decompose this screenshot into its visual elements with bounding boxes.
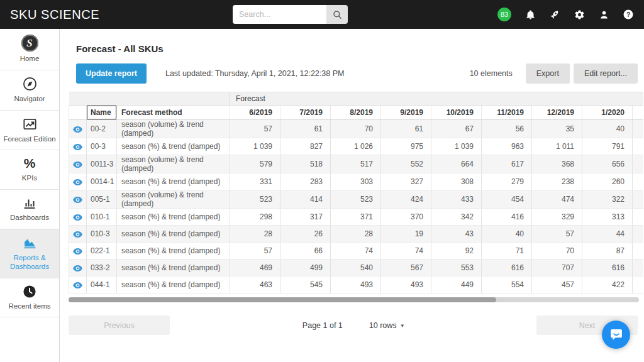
forecast-value-cell: 1 039: [431, 138, 482, 155]
forecast-value-cell: 87: [582, 243, 633, 260]
forecast-value-cell: 554: [482, 277, 532, 293]
forecast-method-cell: season (volume) & trend (damped): [117, 120, 230, 138]
table-row: 00-3season (%) & trend (damped)1 0398271…: [69, 138, 644, 155]
sidebar-item-dashboards[interactable]: Dashboards: [0, 190, 59, 229]
chat-launcher-button[interactable]: [602, 321, 630, 349]
sidebar-item-kpis[interactable]: % KPIs: [0, 150, 59, 190]
eye-icon: [73, 265, 82, 272]
column-header-11-2019[interactable]: 11/2019: [482, 106, 532, 120]
clipped-cell: [633, 155, 643, 173]
forecast-value-cell: 469: [230, 260, 280, 277]
forecast-value-cell: 57: [532, 226, 582, 243]
column-header-clipped: [633, 106, 643, 120]
eye-icon: [73, 282, 82, 288]
forecast-value-cell: 454: [482, 190, 532, 209]
help-button[interactable]: ?: [623, 9, 634, 20]
forecast-value-cell: 298: [230, 209, 280, 226]
forecast-value-cell: 791: [582, 138, 633, 155]
forecast-value-cell: 279: [482, 173, 532, 190]
horizontal-scrollbar-track[interactable]: [69, 297, 639, 302]
sidebar-item-reports-dashboards[interactable]: Reports & Dashboards: [0, 229, 59, 278]
forecast-method-cell: season (%) & trend (damped): [117, 209, 230, 226]
forecast-value-cell: 28: [230, 226, 280, 243]
column-header-forecast-method[interactable]: Forecast method: [117, 106, 230, 120]
forecast-value-cell: 499: [280, 260, 331, 277]
forecast-value-cell: 1 026: [331, 138, 381, 155]
bell-icon: [525, 9, 536, 20]
sidebar-item-home[interactable]: S Home: [0, 29, 59, 70]
account-button[interactable]: [598, 9, 609, 20]
forecast-value-cell: 57: [230, 120, 280, 138]
forecast-value-cell: 61: [381, 120, 431, 138]
forecast-value-cell: 567: [381, 260, 431, 277]
bar-chart-icon: [22, 195, 37, 211]
forecast-value-cell: 57: [230, 243, 280, 260]
search-icon: [332, 9, 343, 20]
clock-icon: [22, 284, 37, 299]
column-header-12-2019[interactable]: 12/2019: [532, 106, 582, 120]
table-row: 010-1season (%) & trend (damped)29831737…: [69, 209, 644, 226]
eye-icon: [73, 144, 82, 150]
clipped-cell: [633, 260, 643, 277]
forecast-value-cell: 1 039: [230, 138, 280, 155]
rows-per-page-label: 10 rows: [369, 321, 397, 330]
forecast-value-cell: 457: [532, 277, 582, 293]
view-row-button[interactable]: [69, 155, 87, 173]
forecast-value-cell: 540: [331, 260, 381, 277]
sidebar-item-recent-items[interactable]: Recent items: [0, 278, 59, 318]
forecast-value-cell: 371: [331, 209, 381, 226]
view-row-button[interactable]: [69, 120, 87, 138]
topbar: SKU SCIENCE 83: [0, 0, 644, 29]
table-row: 010-3season (%) & trend (damped)28262819…: [69, 226, 644, 243]
sku-name-cell: 044-1: [87, 277, 117, 293]
page-title: Forecast - All SKUs: [76, 43, 644, 54]
view-row-button[interactable]: [69, 209, 87, 226]
column-header-name[interactable]: Name: [87, 106, 117, 120]
forecast-value-cell: 517: [331, 155, 381, 173]
forecast-value-cell: 433: [431, 190, 482, 209]
notifications-button[interactable]: [525, 9, 536, 20]
topbar-icons: 83: [497, 8, 644, 21]
chevron-down-icon: ▾: [401, 322, 404, 329]
sidebar-item-navigator[interactable]: Navigator: [0, 70, 59, 111]
gear-icon: [574, 9, 585, 20]
view-row-button[interactable]: [69, 190, 87, 209]
column-header-10-2019[interactable]: 10/2019: [431, 106, 482, 120]
search-input[interactable]: [233, 5, 326, 24]
edit-report-button[interactable]: Edit report...: [574, 63, 638, 84]
eye-column-header: [69, 106, 87, 120]
rows-per-page-select[interactable]: 10 rows ▾: [369, 321, 404, 330]
column-header-9-2019[interactable]: 9/2019: [381, 106, 431, 120]
sidebar-item-label: Navigator: [14, 95, 45, 104]
view-row-button[interactable]: [69, 260, 87, 277]
report-toolbar: Update report Last updated: Thursday, Ap…: [76, 63, 638, 84]
svg-text:?: ?: [626, 11, 630, 18]
forecast-value-cell: 616: [582, 260, 633, 277]
update-report-button[interactable]: Update report: [76, 63, 147, 84]
column-header-7-2019[interactable]: 7/2019: [280, 106, 331, 120]
settings-button[interactable]: [574, 9, 585, 20]
view-row-button[interactable]: [69, 226, 87, 243]
sidebar-item-forecast-edition[interactable]: Forecast Edition: [0, 111, 59, 151]
forecast-value-cell: 617: [482, 155, 532, 173]
view-row-button[interactable]: [69, 243, 87, 260]
view-row-button[interactable]: [69, 138, 87, 155]
pagination: Previous Page 1 of 1 10 rows ▾ Next: [69, 315, 638, 335]
horizontal-scrollbar-thumb[interactable]: [69, 297, 496, 302]
export-button[interactable]: Export: [526, 63, 570, 84]
forecast-value-cell: 331: [230, 173, 280, 190]
search-button[interactable]: [326, 5, 348, 24]
view-row-button[interactable]: [69, 173, 87, 190]
view-row-button[interactable]: [69, 277, 87, 293]
compass-icon: [22, 76, 38, 92]
column-header-8-2019[interactable]: 8/2019: [331, 106, 381, 120]
whats-new-button[interactable]: [549, 9, 560, 20]
previous-page-button[interactable]: Previous: [69, 315, 170, 335]
credits-badge[interactable]: 83: [497, 8, 511, 21]
column-header-1-2020[interactable]: 1/2020: [582, 106, 633, 120]
column-header-6-2019[interactable]: 6/2019: [230, 106, 280, 120]
forecast-value-cell: 416: [482, 209, 532, 226]
table-body: 00-2season (volume) & trend (damped)5761…: [69, 120, 644, 293]
sku-name-cell: 010-3: [87, 226, 117, 243]
forecast-method-cell: season (%) & trend (damped): [117, 138, 230, 155]
